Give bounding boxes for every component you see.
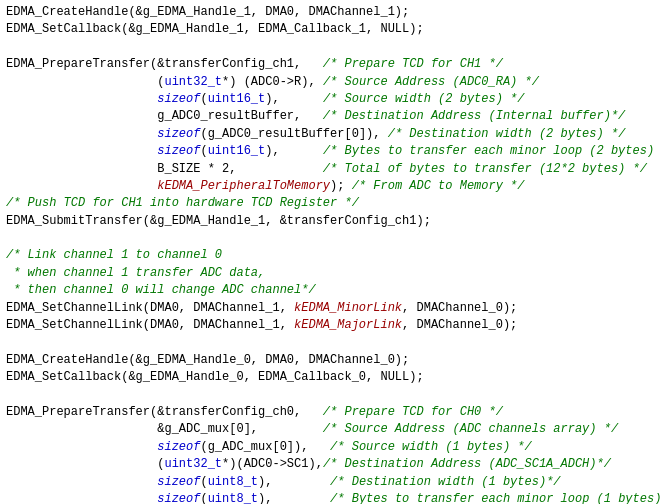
line-2: EDMA_SetCallback(&g_EDMA_Handle_1, EDMA_…	[6, 22, 424, 36]
line-11: kEDMA_PeripheralToMemory); /* From ADC t…	[6, 179, 525, 193]
line-4: EDMA_PrepareTransfer(&transferConfig_ch1…	[6, 57, 503, 71]
line-18: EDMA_SetChannelLink(DMA0, DMAChannel_1, …	[6, 301, 517, 315]
line-26: sizeof(g_ADC_mux[0]), /* Source width (1…	[6, 440, 532, 454]
line-1: EDMA_CreateHandle(&g_EDMA_Handle_1, DMA0…	[6, 5, 409, 19]
line-5: (uint32_t*) (ADC0->R), /* Source Address…	[6, 75, 539, 89]
code-content: EDMA_CreateHandle(&g_EDMA_Handle_1, DMA0…	[6, 4, 657, 504]
line-27: (uint32_t*)(ADC0->SC1),/* Destination Ad…	[6, 457, 611, 471]
line-10: B_SIZE * 2, /* Total of bytes to transfe…	[6, 162, 647, 176]
line-8: sizeof(g_ADC0_resultBuffer[0]), /* Desti…	[6, 127, 625, 141]
line-29: sizeof(uint8_t), /* Bytes to transfer ea…	[6, 492, 663, 504]
line-9: sizeof(uint16_t), /* Bytes to transfer e…	[6, 144, 663, 158]
line-17: * then channel 0 will change ADC channel…	[6, 283, 316, 297]
line-15: /* Link channel 1 to channel 0	[6, 248, 222, 262]
line-6: sizeof(uint16_t), /* Source width (2 byt…	[6, 92, 525, 106]
line-25: &g_ADC_mux[0], /* Source Address (ADC ch…	[6, 422, 618, 436]
line-7: g_ADC0_resultBuffer, /* Destination Addr…	[6, 109, 625, 123]
line-21: EDMA_CreateHandle(&g_EDMA_Handle_0, DMA0…	[6, 353, 409, 367]
line-13: EDMA_SubmitTransfer(&g_EDMA_Handle_1, &t…	[6, 214, 431, 228]
line-24: EDMA_PrepareTransfer(&transferConfig_ch0…	[6, 405, 503, 419]
line-12: /* Push TCD for CH1 into hardware TCD Re…	[6, 196, 359, 210]
line-22: EDMA_SetCallback(&g_EDMA_Handle_0, EDMA_…	[6, 370, 424, 384]
line-28: sizeof(uint8_t), /* Destination width (1…	[6, 475, 561, 489]
line-19: EDMA_SetChannelLink(DMA0, DMAChannel_1, …	[6, 318, 517, 332]
line-16: * when channel 1 transfer ADC data,	[6, 266, 265, 280]
code-editor: EDMA_CreateHandle(&g_EDMA_Handle_1, DMA0…	[0, 0, 663, 504]
